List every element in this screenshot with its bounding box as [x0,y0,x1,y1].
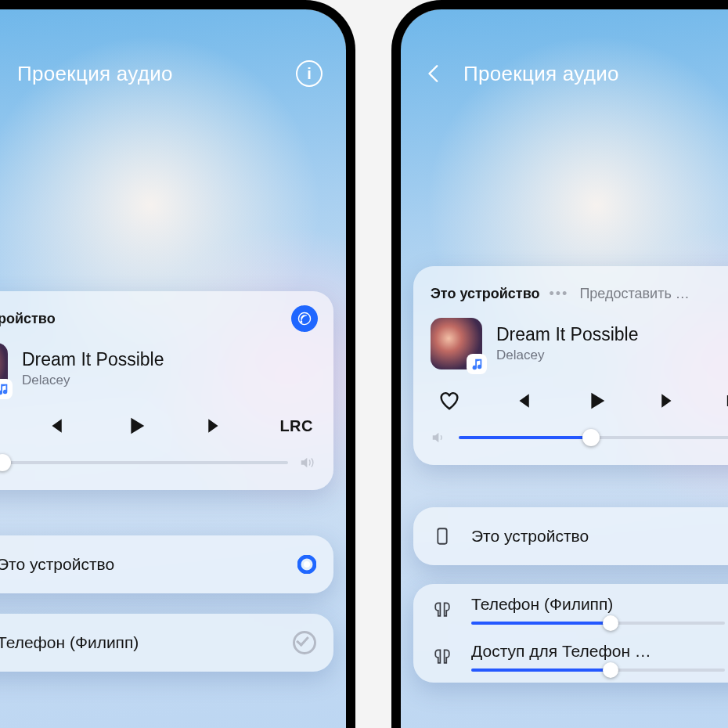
phone-left: Проекция аудио i то устройство Dream It … [0,0,355,728]
music-app-badge [467,354,487,374]
play-icon [124,414,147,438]
track-artist: Delacey [496,348,639,363]
track-title: Dream It Possible [496,324,639,345]
play-button[interactable] [120,410,151,441]
play-icon [584,389,607,413]
device-phone[interactable]: Телефон (Филипп) [0,614,333,672]
device-group: Телефон (Филипп) Доступ для Телефон … [413,584,728,683]
favorite-button[interactable] [434,385,465,416]
radio-selected-icon [297,555,316,574]
device-share[interactable]: Доступ для Телефон … [431,642,728,672]
back-button[interactable] [424,63,446,85]
device-label: Это устройство [0,555,114,574]
radio-unselected[interactable] [293,631,316,654]
device-label: Это устройство [471,527,589,546]
music-note-icon [0,382,9,396]
volume-slider[interactable] [0,461,288,464]
album-art[interactable] [0,343,8,395]
previous-button[interactable] [39,410,70,441]
previous-button[interactable] [506,385,538,416]
phone-icon [431,524,454,548]
tab-separator-icon: ••• [544,286,575,302]
volume-low-icon [431,429,448,446]
header: Проекция аудио i [0,55,346,92]
track-title: Dream It Possible [22,349,164,370]
back-icon [424,63,445,84]
next-icon [658,390,679,412]
volume-slider[interactable] [459,436,728,439]
player-card: то устройство Dream It Possible Delacey … [0,291,333,490]
page-title: Проекция аудио [463,62,619,86]
tab-share[interactable]: Предоставить … [579,286,689,302]
slider-thumb[interactable] [603,615,618,631]
next-button[interactable] [653,385,684,416]
info-icon: i [307,65,312,83]
slider-thumb[interactable] [603,662,618,678]
device-label: Телефон (Филипп) [471,595,725,614]
device-label: Доступ для Телефон … [471,642,725,661]
play-button[interactable] [580,385,611,416]
page-title: Проекция аудио [17,62,173,86]
next-icon [204,415,226,437]
device-this[interactable]: Это устройство [413,507,728,565]
device-volume-slider[interactable] [471,622,725,625]
earbuds-icon [431,645,454,669]
device-volume-slider[interactable] [471,669,725,672]
album-art[interactable] [431,318,482,369]
cast-badge[interactable] [291,305,318,332]
previous-icon [44,415,66,437]
previous-icon [511,390,533,412]
next-button[interactable] [200,410,231,441]
earbuds-icon [431,598,454,622]
device-this[interactable]: Это устройство [0,535,333,593]
volume-high-icon [299,454,316,471]
player-card: Это устройство ••• Предоставить … Dream … [413,266,728,465]
header: Проекция аудио i [401,55,728,92]
radio-selected[interactable] [297,555,316,574]
slider-thumb[interactable] [0,454,11,471]
info-button[interactable]: i [296,60,323,87]
tab-this-device[interactable]: Это устройство [431,286,539,302]
device-phone[interactable]: Телефон (Филипп) [431,595,728,625]
cast-icon [296,310,313,327]
device-label: Телефон (Филипп) [0,633,139,652]
phone-right: Проекция аудио i Это устройство ••• Пред… [391,0,728,728]
slider-thumb[interactable] [582,429,600,446]
music-note-icon [470,357,484,371]
track-artist: Delacey [22,373,164,388]
tab-this-device[interactable]: то устройство [0,311,56,327]
lyrics-button[interactable]: LRC [279,417,313,435]
heart-icon [438,389,461,413]
music-app-badge [0,379,13,399]
